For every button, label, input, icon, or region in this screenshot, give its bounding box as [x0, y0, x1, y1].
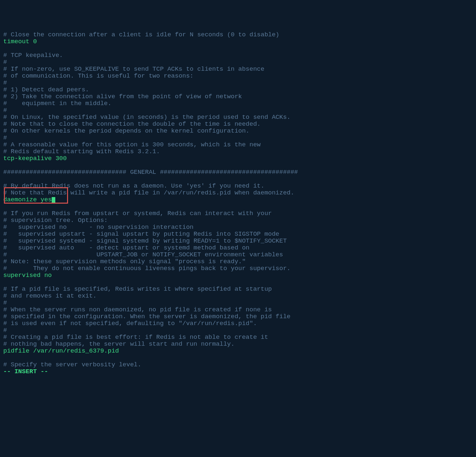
comment-text: # By default Redis does not run as a dae… [3, 182, 264, 190]
comment-text: # Close the connection after a client is… [3, 31, 279, 38]
editor-line: # specified in the configuration. When t… [3, 313, 473, 320]
editor-line [3, 45, 473, 52]
comment-text: # [3, 59, 7, 66]
comment-text: # TCP keepalive. [3, 52, 63, 59]
comment-text: # [3, 107, 7, 114]
comment-text: # specified in the configuration. When t… [3, 313, 291, 320]
editor-line: # nothing bad happens, the server will s… [3, 341, 473, 348]
editor-line: # supervised systemd - signal systemd by… [3, 238, 473, 245]
comment-text: # If a pid file is specified, Redis writ… [3, 285, 272, 293]
comment-text: # is used even if not specified, default… [3, 320, 257, 327]
comment-text: # of communication. This is useful for t… [3, 72, 194, 80]
text-cursor [52, 197, 55, 203]
config-keyword: timeout [3, 38, 29, 45]
comment-text: # and removes it at exit. [3, 292, 97, 300]
editor-line: # [3, 135, 473, 141]
editor-line: # On other kernels the period depends on… [3, 128, 473, 135]
editor-line: # TCP keepalive. [3, 52, 473, 59]
editor-line: # A reasonable value for this option is … [3, 141, 473, 148]
editor-line: # Specify the server verbosity level. [3, 361, 473, 368]
comment-text: # supervised no - no supervision interac… [3, 224, 194, 231]
comment-text: # Note: these supervision methods only s… [3, 258, 246, 265]
editor-line: # [3, 80, 473, 86]
editor-line: # On Linux, the specified value (in seco… [3, 114, 473, 121]
comment-text: # Note that Redis will write a pid file … [3, 189, 294, 196]
editor-line: # and removes it at exit. [3, 293, 473, 300]
editor-line: # 1) Detect dead peers. [3, 86, 473, 93]
editor-line: # [3, 59, 473, 66]
editor-line: # Redis default starting with Redis 3.2.… [3, 148, 473, 155]
comment-text: # When the server runs non daemonized, n… [3, 306, 272, 313]
comment-text: # equipment in the middle. [3, 100, 112, 107]
comment-text: # [3, 134, 7, 141]
editor-line: # Note: these supervision methods only s… [3, 258, 473, 265]
editor-line [3, 279, 473, 286]
editor-line: # is used even if not specified, default… [3, 320, 473, 327]
config-value: /var/run/redis_6379.pid [33, 347, 119, 355]
editor-line: # equipment in the middle. [3, 100, 473, 107]
config-value: 0 [33, 38, 37, 45]
editor-line: # supervised no - no supervision interac… [3, 224, 473, 231]
editor-line [3, 162, 473, 169]
config-keyword: daemonize [3, 196, 37, 203]
comment-text: # nothing bad happens, the server will s… [3, 340, 235, 348]
comment-text: # They do not enable continuous liveness… [3, 265, 291, 272]
comment-text: # 1) Detect dead peers. [3, 86, 89, 93]
comment-text: # If you run Redis from upstart or syste… [3, 210, 272, 217]
comment-text: # Creating a pid file is best effort: if… [3, 334, 268, 341]
comment-text: # Note that to close the connection the … [3, 120, 261, 128]
config-keyword: tcp-keepalive [3, 155, 52, 162]
editor-line: # supervision tree. Options: [3, 217, 473, 224]
editor-line [3, 355, 473, 361]
comment-text: # UPSTART_JOB or NOTIFY_SOCKET environme… [3, 251, 283, 258]
comment-text: ################################# GENERA… [3, 169, 298, 176]
comment-text: # A reasonable value for this option is … [3, 141, 261, 148]
config-keyword: pidfile [3, 347, 29, 355]
comment-text: # 2) Take the connection alive from the … [3, 93, 242, 100]
comment-text: # On other kernels the period depends on… [3, 127, 250, 135]
editor-line: # [3, 300, 473, 306]
config-keyword: supervised [3, 272, 41, 279]
editor-line: # They do not enable continuous liveness… [3, 265, 473, 272]
editor-line: # supervised auto - detect upstart or sy… [3, 245, 473, 251]
editor-line: # of communication. This is useful for t… [3, 73, 473, 80]
comment-text: # If non-zero, use SO_KEEPALIVE to send … [3, 65, 264, 73]
editor-line: # If you run Redis from upstart or syste… [3, 210, 473, 217]
comment-text: # supervised systemd - signal systemd by… [3, 237, 287, 245]
comment-text: # supervision tree. Options: [3, 217, 108, 224]
editor-line: supervised no [3, 272, 473, 279]
comment-text: # supervised auto - detect upstart or sy… [3, 244, 250, 251]
editor-line: daemonize yes [3, 196, 473, 203]
editor-content[interactable]: # Close the connection after a client is… [3, 31, 473, 375]
comment-text: # Redis default starting with Redis 3.2.… [3, 148, 160, 155]
editor-line: # When the server runs non daemonized, n… [3, 306, 473, 313]
editor-line: # If non-zero, use SO_KEEPALIVE to send … [3, 66, 473, 73]
editor-line: # supervised upstart - signal upstart by… [3, 231, 473, 238]
editor-line: timeout 0 [3, 38, 473, 45]
comment-text: # Specify the server verbosity level. [3, 361, 141, 368]
config-value: 300 [56, 155, 67, 162]
editor-line: pidfile /var/run/redis_6379.pid [3, 348, 473, 355]
editor-line: # [3, 327, 473, 334]
editor-line: # [3, 107, 473, 114]
editor-mode-indicator: -- INSERT -- [3, 368, 48, 375]
editor-line: # By default Redis does not run as a dae… [3, 183, 473, 190]
editor-line: # If a pid file is specified, Redis writ… [3, 286, 473, 293]
comment-text: # On Linux, the specified value (in seco… [3, 114, 291, 121]
editor-line: # Creating a pid file is best effort: if… [3, 334, 473, 341]
comment-text: # [3, 299, 7, 306]
editor-line: # Note that Redis will write a pid file … [3, 190, 473, 196]
editor-line: # 2) Take the connection alive from the … [3, 93, 473, 100]
editor-line: tcp-keepalive 300 [3, 155, 473, 162]
editor-line [3, 203, 473, 210]
editor-line: # Close the connection after a client is… [3, 31, 473, 38]
editor-line [3, 176, 473, 183]
status-line: -- INSERT -- [3, 368, 473, 375]
editor-line: ################################# GENERA… [3, 169, 473, 176]
comment-text: # [3, 79, 7, 86]
editor-line: # Note that to close the connection the … [3, 121, 473, 128]
comment-text: # supervised upstart - signal upstart by… [3, 230, 279, 238]
editor-line: # UPSTART_JOB or NOTIFY_SOCKET environme… [3, 251, 473, 258]
config-value: no [44, 272, 52, 279]
comment-text: # [3, 327, 7, 334]
